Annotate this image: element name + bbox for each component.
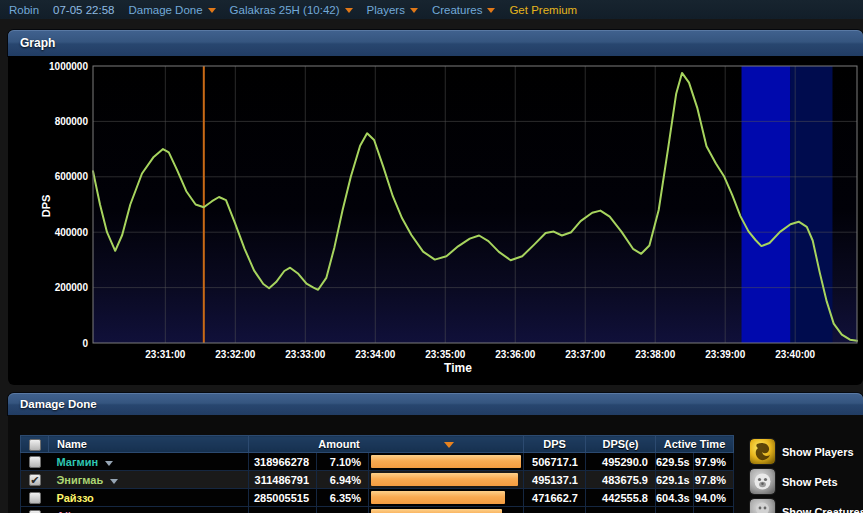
sort-desc-icon: [444, 442, 454, 448]
nav-get-premium-link[interactable]: Get Premium: [509, 4, 577, 16]
nav-encounter-menu[interactable]: Galakras 25H (10:42): [230, 4, 353, 16]
amount-bar: [371, 473, 518, 486]
dpse-value: [586, 507, 656, 513]
dps-value: 506717.1: [524, 453, 586, 471]
row-checkbox-cell: [21, 489, 49, 507]
y-axis-label: DPS: [40, 195, 52, 218]
x-tick-label: 23:39:00: [705, 349, 745, 360]
select-all-checkbox[interactable]: [29, 439, 41, 451]
y-tick-label: 1000000: [49, 61, 88, 72]
dps-value: [524, 507, 586, 513]
x-tick-label: 23:35:00: [425, 349, 465, 360]
active-time-percent: 97.8%: [694, 471, 734, 489]
chevron-down-icon: [410, 8, 418, 13]
active-time-percent: 97.9%: [694, 453, 734, 471]
amount-value: 311486791: [249, 471, 317, 489]
active-time-seconds: 629.1s: [656, 471, 694, 489]
show-pets-button[interactable]: Show Pets: [750, 469, 838, 494]
amount-bar-cell: [369, 489, 524, 507]
select-all-checkbox-cell: [21, 436, 49, 453]
y-tick-label: 200000: [55, 282, 89, 293]
amount-header-label: Amount: [318, 438, 360, 450]
player-name-link[interactable]: Райззо: [57, 492, 94, 504]
nav-user[interactable]: Robin: [9, 4, 39, 16]
graph-panel-title: Graph: [20, 36, 55, 50]
nav-players-menu[interactable]: Players: [367, 4, 418, 16]
damage-done-panel-body: Name Amount DPS DPS(e) Active Time Магми…: [8, 415, 863, 513]
damage-table-header-row: Name Amount DPS DPS(e) Active Time: [21, 436, 734, 453]
nav-creatures-label: Creatures: [432, 4, 483, 16]
graph-panel-header: Graph: [8, 30, 863, 56]
table-row: Ай: [21, 507, 734, 513]
x-tick-label: 23:31:00: [145, 349, 185, 360]
nav-creatures-menu[interactable]: Creatures: [432, 4, 496, 16]
player-expand-caret-icon[interactable]: [105, 461, 113, 466]
graph-panel: Graph 0200000400000600000800000100000023…: [8, 30, 863, 385]
chevron-down-icon: [345, 8, 353, 13]
dpse-value: 483675.9: [586, 471, 656, 489]
row-checkbox[interactable]: ✔: [29, 474, 41, 486]
amount-bar: [371, 455, 521, 468]
player-name-link[interactable]: Ай: [57, 510, 72, 513]
dps-value: 471662.7: [524, 489, 586, 507]
col-header-name[interactable]: Name: [49, 436, 249, 453]
x-tick-label: 23:36:00: [495, 349, 535, 360]
row-checkbox-cell: [21, 453, 49, 471]
nav-damage-done-label: Damage Done: [128, 4, 202, 16]
selection-band-0[interactable]: [742, 66, 791, 343]
x-tick-label: 23:34:00: [355, 349, 395, 360]
x-tick-label: 23:40:00: [775, 349, 815, 360]
damage-table: Name Amount DPS DPS(e) Active Time Магми…: [20, 435, 734, 513]
y-tick-label: 0: [82, 338, 88, 349]
y-tick-label: 800000: [55, 116, 89, 127]
amount-bar-cell: [369, 507, 524, 513]
amount-value: 285005515: [249, 489, 317, 507]
player-name-cell: Энигмаь: [49, 471, 249, 489]
show-creatures-button[interactable]: Show Creatures: [750, 499, 863, 513]
top-navbar: Robin 07-05 22:58 Damage Done Galakras 2…: [0, 0, 863, 19]
player-name-link[interactable]: Энигмаь: [57, 474, 104, 486]
amount-percent: 6.94%: [317, 471, 369, 489]
chevron-down-icon: [208, 8, 216, 13]
damage-done-panel: Damage Done Name Amount DPS DPS(e) Activ…: [8, 393, 863, 513]
show-creatures-label: Show Creatures: [782, 506, 863, 513]
nav-players-label: Players: [367, 4, 405, 16]
table-row: Райззо2850055156.35%471662.7442555.8604.…: [21, 489, 734, 507]
col-header-amount[interactable]: Amount: [249, 436, 524, 453]
player-name-cell: Магмин: [49, 453, 249, 471]
row-checkbox-cell: [21, 507, 49, 513]
nav-encounter-label: Galakras 25H (10:42): [230, 4, 340, 16]
show-players-label: Show Players: [782, 446, 854, 458]
row-checkbox[interactable]: [29, 456, 41, 468]
amount-bar-cell: [369, 471, 524, 489]
y-tick-label: 400000: [55, 227, 89, 238]
amount-value: [249, 507, 317, 513]
dps-value: 495137.1: [524, 471, 586, 489]
player-expand-caret-icon[interactable]: [110, 479, 118, 484]
y-tick-label: 600000: [55, 171, 89, 182]
active-time-percent: [694, 507, 734, 513]
damage-done-panel-header: Damage Done: [8, 393, 863, 415]
col-header-active-time[interactable]: Active Time: [656, 436, 734, 453]
damage-table-body: Магмин3189662787.10%506717.1495290.0629.…: [21, 453, 734, 513]
row-checkbox[interactable]: [29, 492, 41, 504]
amount-percent: [317, 507, 369, 513]
x-axis-label: Time: [444, 361, 472, 375]
nav-damage-done-menu[interactable]: Damage Done: [128, 4, 215, 16]
nav-report-date[interactable]: 07-05 22:58: [53, 4, 114, 16]
active-time-seconds: 629.5s: [656, 453, 694, 471]
dpse-value: 495290.0: [586, 453, 656, 471]
dpse-value: 442555.8: [586, 489, 656, 507]
show-pets-label: Show Pets: [782, 476, 838, 488]
active-time-percent: 94.0%: [694, 489, 734, 507]
amount-bar: [371, 491, 505, 504]
show-players-button[interactable]: Show Players: [750, 439, 854, 464]
active-time-seconds: [656, 507, 694, 513]
player-name-link[interactable]: Магмин: [57, 456, 99, 468]
col-header-dps[interactable]: DPS: [524, 436, 586, 453]
amount-bar-cell: [369, 453, 524, 471]
table-row: Магмин3189662787.10%506717.1495290.0629.…: [21, 453, 734, 471]
dps-time-chart[interactable]: 0200000400000600000800000100000023:31:00…: [8, 56, 863, 385]
amount-percent: 7.10%: [317, 453, 369, 471]
col-header-dpse[interactable]: DPS(e): [586, 436, 656, 453]
